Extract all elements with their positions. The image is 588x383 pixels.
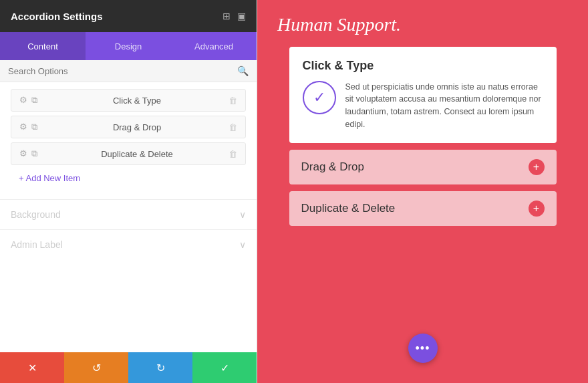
background-section[interactable]: Background ∨ bbox=[0, 199, 257, 229]
duplicate-icon[interactable]: ⧉ bbox=[31, 148, 37, 159]
delete-icon[interactable]: 🗑 bbox=[229, 96, 237, 106]
expand-card-button-1[interactable]: + bbox=[529, 159, 545, 175]
item-left-icons: ⚙ ⧉ bbox=[19, 95, 37, 106]
collapsed-card-2[interactable]: Duplicate & Delete + bbox=[289, 191, 557, 226]
panel-content: ⚙ ⧉ Click & Type 🗑 ⚙ ⧉ Drag & Drop 🗑 ⚙ bbox=[0, 82, 257, 352]
duplicate-icon[interactable]: ⧉ bbox=[31, 95, 37, 106]
gear-icon[interactable]: ⚙ bbox=[19, 122, 27, 132]
undo-button[interactable]: ↺ bbox=[64, 352, 128, 383]
list-item: ⚙ ⧉ Duplicate & Delete 🗑 bbox=[11, 142, 246, 165]
save-button[interactable]: ✓ bbox=[192, 352, 257, 383]
expand-card-button-2[interactable]: + bbox=[529, 201, 545, 217]
close-button[interactable]: ✕ bbox=[0, 352, 64, 383]
expanded-card: Click & Type ✓ Sed ut perspiciatis unde … bbox=[289, 47, 557, 143]
bottom-toolbar: ✕ ↺ ↻ ✓ bbox=[0, 352, 257, 383]
panel-title: Accordion Settings bbox=[11, 11, 103, 22]
header-icons: ⊞ ▣ bbox=[223, 11, 246, 21]
tab-advanced[interactable]: Advanced bbox=[171, 32, 257, 60]
background-label: Background bbox=[11, 209, 61, 220]
item-label: Click & Type bbox=[45, 96, 229, 106]
item-left-icons: ⚙ ⧉ bbox=[19, 148, 37, 159]
duplicate-icon[interactable]: ⧉ bbox=[31, 122, 37, 132]
preview-heading: Human Support. bbox=[277, 13, 401, 36]
checkmark-icon: ✓ bbox=[313, 89, 325, 106]
gear-icon[interactable]: ⚙ bbox=[19, 148, 27, 159]
add-new-item-button[interactable]: + Add New Item bbox=[11, 169, 246, 193]
collapsed-card-title-2: Duplicate & Delete bbox=[301, 202, 396, 215]
delete-icon[interactable]: 🗑 bbox=[229, 149, 237, 159]
chevron-down-icon: ∨ bbox=[239, 239, 246, 250]
card-body-text: Sed ut perspiciatis unde omnis iste au n… bbox=[345, 81, 543, 131]
delete-icon[interactable]: 🗑 bbox=[229, 122, 237, 132]
accordion-items: ⚙ ⧉ Click & Type 🗑 ⚙ ⧉ Drag & Drop 🗑 ⚙ bbox=[0, 82, 257, 199]
floating-action-button[interactable]: ••• bbox=[408, 334, 438, 363]
item-label: Drag & Drop bbox=[45, 122, 229, 132]
panel-header: Accordion Settings ⊞ ▣ bbox=[0, 0, 257, 32]
tab-bar: Content Design Advanced bbox=[0, 32, 257, 60]
tab-content[interactable]: Content bbox=[0, 32, 86, 60]
dots-icon: ••• bbox=[416, 342, 430, 356]
list-item: ⚙ ⧉ Drag & Drop 🗑 bbox=[11, 116, 246, 138]
collapsed-card-title-1: Drag & Drop bbox=[301, 160, 364, 174]
gear-icon[interactable]: ⚙ bbox=[19, 95, 27, 106]
right-panel: Human Support. Click & Type ✓ Sed ut per… bbox=[257, 0, 588, 383]
card-title: Click & Type bbox=[303, 59, 543, 73]
item-label: Duplicate & Delete bbox=[45, 149, 229, 159]
collapsed-card-1[interactable]: Drag & Drop + bbox=[289, 150, 557, 184]
chevron-down-icon: ∨ bbox=[239, 209, 246, 220]
item-left-icons: ⚙ ⧉ bbox=[19, 122, 37, 132]
check-circle-icon: ✓ bbox=[303, 81, 336, 114]
card-body: ✓ Sed ut perspiciatis unde omnis iste au… bbox=[303, 81, 543, 131]
expand-icon[interactable]: ⊞ bbox=[223, 11, 231, 21]
search-icon[interactable]: 🔍 bbox=[237, 66, 249, 76]
left-panel: Accordion Settings ⊞ ▣ Content Design Ad… bbox=[0, 0, 257, 383]
search-input[interactable] bbox=[8, 66, 237, 76]
columns-icon[interactable]: ▣ bbox=[237, 11, 246, 21]
list-item: ⚙ ⧉ Click & Type 🗑 bbox=[11, 89, 246, 112]
admin-label: Admin Label bbox=[11, 239, 63, 250]
redo-button[interactable]: ↻ bbox=[128, 352, 192, 383]
admin-label-section[interactable]: Admin Label ∨ bbox=[0, 229, 257, 259]
tab-design[interactable]: Design bbox=[86, 32, 171, 60]
search-bar: 🔍 bbox=[0, 60, 257, 82]
